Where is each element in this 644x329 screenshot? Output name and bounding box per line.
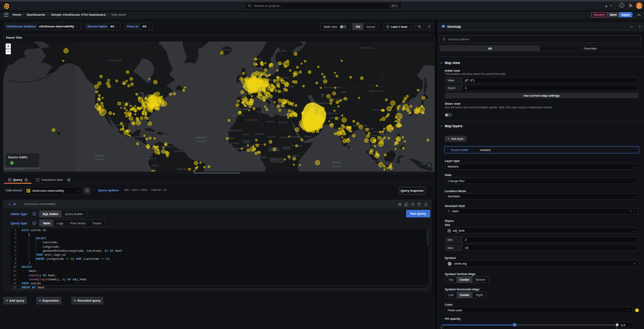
svg-text:ICELAND: ICELAND — [221, 49, 230, 51]
svg-text:RUSSIA: RUSSIA — [360, 46, 374, 49]
svg-text:GABON: GABON — [258, 156, 267, 159]
svg-text:MONGOLIA: MONGOLIA — [369, 90, 384, 92]
svg-text:Atlantic: Atlantic — [196, 136, 206, 139]
svg-text:CHAD: CHAD — [268, 136, 276, 138]
svg-text:LIBERIA: LIBERIA — [233, 148, 242, 150]
svg-text:SURINAME: SURINAME — [173, 151, 185, 153]
svg-text:MAURITANIA: MAURITANIA — [229, 130, 243, 132]
svg-text:ECUADOR: ECUADOR — [147, 157, 157, 159]
svg-text:SUDAN: SUDAN — [280, 136, 289, 139]
svg-text:YEMEN: YEMEN — [303, 136, 312, 138]
svg-text:SUDAN: SUDAN — [283, 148, 291, 150]
svg-text:EGYPT: EGYPT — [279, 121, 288, 124]
svg-text:ERITREA: ERITREA — [291, 136, 301, 138]
svg-text:VENEZUELA: VENEZUELA — [160, 146, 174, 148]
svg-text:FASO: FASO — [244, 142, 250, 144]
svg-text:Indian: Indian — [332, 161, 341, 164]
svg-text:Pacific: Pacific — [95, 154, 104, 157]
svg-text:KAZAKHSTAN: KAZAKHSTAN — [324, 86, 342, 89]
svg-text:KENYA: KENYA — [292, 155, 299, 157]
svg-text:INDONESIA: INDONESIA — [371, 160, 384, 162]
svg-text:Ocean: Ocean — [95, 157, 104, 161]
svg-text:Ocean: Ocean — [197, 139, 206, 143]
svg-text:ALGERIA: ALGERIA — [246, 119, 258, 121]
svg-text:TUNISIA: TUNISIA — [256, 111, 265, 113]
svg-text:THE CONGO: THE CONGO — [270, 161, 284, 163]
svg-text:GUATEMALA: GUATEMALA — [130, 136, 144, 138]
svg-text:Ocean: Ocean — [332, 164, 341, 168]
svg-text:LAOS: LAOS — [372, 131, 379, 133]
svg-text:GUINEA: GUINEA — [231, 143, 239, 145]
svg-text:MALI: MALI — [243, 133, 250, 136]
svg-text:BRAZIL: BRAZIL — [177, 168, 190, 170]
svg-text:LIBYA: LIBYA — [266, 120, 275, 123]
svg-text:SRI LANKA: SRI LANKA — [343, 148, 354, 150]
svg-text:CANADA: CANADA — [108, 59, 122, 62]
svg-text:PERU: PERU — [152, 164, 159, 167]
svg-text:MOROCCO: MOROCCO — [232, 114, 244, 116]
svg-text:NIGER: NIGER — [256, 133, 264, 135]
svg-text:FINLAND: FINLAND — [277, 50, 286, 52]
